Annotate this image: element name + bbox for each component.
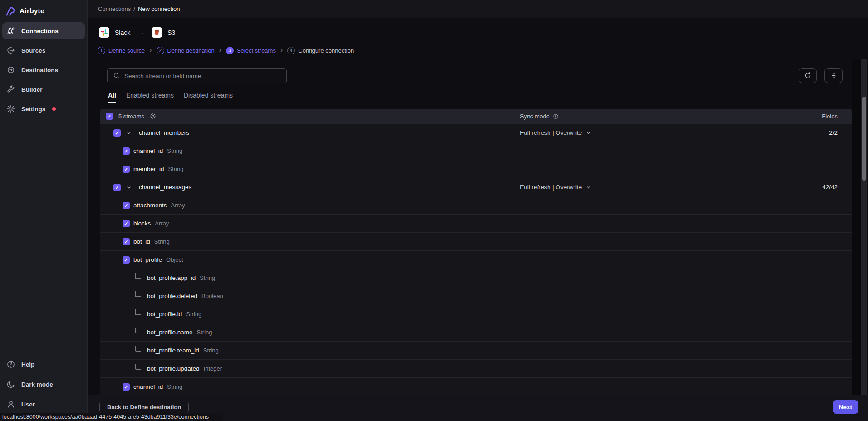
row-checkbox[interactable] (113, 184, 121, 191)
row-checkbox[interactable] (123, 383, 130, 391)
field-row[interactable]: bot_profile Object (100, 250, 852, 269)
step-number: 4 (287, 47, 295, 54)
row-checkbox[interactable] (123, 202, 130, 209)
breadcrumb-connections-link[interactable]: Connections (98, 5, 131, 12)
nested-field-connector-icon (135, 309, 141, 315)
wrench-icon (6, 85, 15, 94)
chevron-down-icon[interactable] (126, 184, 132, 191)
row-left: bot_id String (100, 238, 170, 245)
streams-table-body: channel_members Full refresh | Overwrite… (100, 123, 852, 396)
select-all-checkbox[interactable] (106, 113, 113, 120)
step-select-streams[interactable]: 3 Select streams (226, 47, 276, 54)
field-row[interactable]: bot_profile.name String (100, 323, 852, 341)
row-left: channel_messages (100, 184, 196, 191)
tab-enabled-streams[interactable]: Enabled streams (126, 92, 174, 103)
row-type: String (200, 274, 215, 281)
airbyte-app-window: Airbyte Connections Sources (0, 0, 868, 421)
sidebar-item-label: Destinations (21, 67, 58, 73)
row-left: channel_members (100, 129, 193, 137)
field-row[interactable]: attachments Array (100, 196, 852, 214)
sidebar-item-user[interactable]: User (2, 396, 85, 413)
row-checkbox[interactable] (123, 238, 130, 245)
question-circle-icon (6, 360, 15, 369)
tab-all[interactable]: All (108, 92, 116, 103)
step-define-source[interactable]: 1 Define source (98, 47, 145, 54)
sidebar-item-label: Connections (21, 28, 59, 34)
row-left: bot_profile.deleted Boolean (100, 293, 223, 299)
row-type: String (167, 383, 182, 390)
back-button[interactable]: Back to Define destination (99, 401, 189, 414)
row-name: bot_profile.updated (147, 365, 200, 372)
sidebar-item-label: Builder (21, 86, 43, 93)
row-name: channel_messages (139, 184, 191, 191)
chevron-down-icon[interactable] (126, 130, 132, 136)
expand-collapse-all-button[interactable] (824, 68, 843, 83)
field-row[interactable]: member_id String (100, 160, 852, 178)
vertical-scrollbar[interactable] (861, 59, 867, 395)
field-row[interactable]: blocks Array (100, 214, 852, 232)
next-button[interactable]: Next (833, 400, 858, 414)
row-name: bot_profile.team_id (147, 347, 199, 354)
row-checkbox[interactable] (123, 166, 130, 173)
row-type: String (154, 238, 170, 245)
nested-field-connector-icon (135, 273, 141, 279)
field-row[interactable]: bot_profile.updated Integer (100, 359, 852, 377)
slack-logo-icon (99, 27, 109, 38)
sidebar-item-settings[interactable]: Settings (2, 100, 85, 117)
sync-mode-select[interactable]: Full refresh | Overwrite (520, 184, 592, 191)
row-name: channel_id (133, 147, 163, 154)
field-row[interactable]: channel_id String (100, 142, 852, 160)
sidebar-item-dark-mode[interactable]: Dark mode (2, 376, 85, 393)
sidebar-item-sources[interactable]: Sources (2, 42, 85, 59)
stream-row[interactable]: channel_messages Full refresh | Overwrit… (100, 178, 852, 196)
sidebar-item-connections[interactable]: Connections (2, 22, 85, 39)
tab-disabled-streams[interactable]: Disabled streams (184, 92, 233, 103)
row-type: String (168, 166, 184, 172)
sidebar-item-builder[interactable]: Builder (2, 81, 85, 98)
sidebar: Airbyte Connections Sources (0, 0, 88, 421)
streams-table-header: 5 streams Sync mode Fields (100, 109, 852, 123)
field-row[interactable]: channel_id String (100, 377, 852, 396)
refresh-schema-button[interactable] (799, 68, 817, 83)
breadcrumb-current: New connection (138, 5, 180, 12)
sidebar-item-destinations[interactable]: Destinations (2, 61, 85, 78)
row-name: bot_profile.deleted (147, 293, 197, 299)
row-type: String (197, 329, 212, 336)
row-name: bot_profile.id (147, 311, 182, 318)
stream-row[interactable]: channel_members Full refresh | Overwrite… (100, 123, 852, 142)
row-name: bot_id (133, 238, 150, 245)
field-row[interactable]: bot_profile.id String (100, 305, 852, 323)
row-left: bot_profile Object (100, 256, 183, 264)
sidebar-item-label: Sources (21, 47, 45, 54)
scrollbar-thumb[interactable] (862, 97, 866, 181)
row-checkbox[interactable] (123, 256, 130, 264)
status-url: localhost:8000/workspaces/aa0baaad-4475-… (2, 414, 209, 420)
sidebar-item-help[interactable]: Help (2, 356, 85, 373)
field-row[interactable]: bot_profile.team_id String (100, 341, 852, 359)
step-configure-connection[interactable]: 4 Configure connection (287, 47, 354, 54)
row-left: bot_profile.team_id String (100, 347, 219, 354)
field-row[interactable]: bot_profile.app_id String (100, 269, 852, 287)
step-number: 2 (157, 47, 164, 54)
row-left: blocks Array (100, 220, 169, 227)
search-input[interactable] (124, 73, 274, 79)
row-left: channel_id String (100, 383, 182, 391)
airbyte-logo-icon (4, 5, 15, 17)
search-icon (113, 72, 120, 79)
s3-logo-icon (152, 27, 162, 38)
info-icon[interactable] (553, 113, 559, 119)
row-left: bot_profile.name String (100, 329, 212, 336)
field-row[interactable]: bot_id String (100, 232, 852, 250)
airbyte-logo[interactable]: Airbyte (0, 0, 87, 17)
field-row[interactable]: bot_profile.deleted Boolean (100, 287, 852, 305)
step-number: 3 (226, 47, 234, 54)
row-checkbox[interactable] (123, 220, 130, 227)
wizard-steps: 1 Define source › 2 Define destination ›… (98, 46, 354, 54)
chevron-right-icon: › (149, 46, 152, 54)
row-name: member_id (133, 166, 164, 172)
gear-icon[interactable] (149, 113, 157, 120)
sync-mode-select[interactable]: Full refresh | Overwrite (520, 129, 592, 136)
row-checkbox[interactable] (123, 147, 130, 155)
row-checkbox[interactable] (113, 129, 121, 137)
step-define-destination[interactable]: 2 Define destination (157, 47, 215, 54)
